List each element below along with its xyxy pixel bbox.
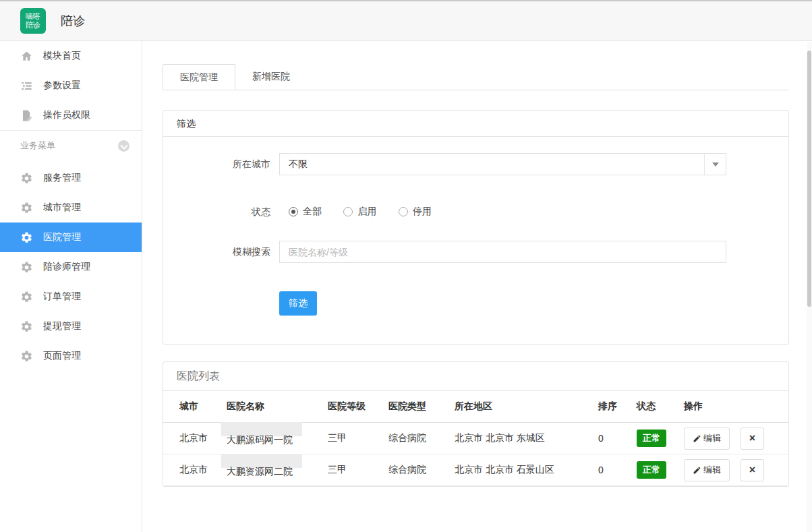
hospital-list-title: 医院列表 xyxy=(163,362,788,391)
sidebar-item-label: 页面管理 xyxy=(43,350,81,362)
cell-hospital-name: 大鹏源码网一院 xyxy=(227,423,328,454)
chevron-down-icon xyxy=(712,162,719,167)
gear-icon xyxy=(20,172,33,185)
sidebar-item-label: 操作员权限 xyxy=(43,109,90,121)
sidebar-item-hospital-management[interactable]: 医院管理 xyxy=(0,223,142,252)
tab-hospital-management[interactable]: 医院管理 xyxy=(163,64,235,90)
gear-icon xyxy=(20,231,33,244)
cell-area: 北京市 北京市 石景山区 xyxy=(455,454,598,486)
fuzzy-search-label: 模糊搜索 xyxy=(163,246,279,258)
sidebar-item-label: 服务管理 xyxy=(43,172,81,184)
main-area: 医院管理 新增医院 筛选 所在城市 不限 xyxy=(143,41,812,532)
hospital-list-panel: 医院列表 城市 医院名称 医院等级 医院类型 所在地区 排序 状态 操作 xyxy=(163,361,789,487)
col-area: 所在地区 xyxy=(455,391,598,423)
tab-add-hospital[interactable]: 新增医院 xyxy=(235,64,307,90)
document-edit-icon xyxy=(20,109,33,122)
pencil-icon xyxy=(693,466,701,475)
sidebar-item-label: 陪诊师管理 xyxy=(43,261,90,273)
status-badge: 正常 xyxy=(637,430,666,447)
fuzzy-search-input[interactable] xyxy=(279,241,726,263)
col-sort: 排序 xyxy=(598,391,637,423)
list-icon xyxy=(20,80,33,92)
filter-panel: 筛选 所在城市 不限 状态 xyxy=(163,110,789,345)
status-radio-disabled[interactable]: 停用 xyxy=(389,206,432,218)
radio-icon xyxy=(343,207,353,216)
radio-icon xyxy=(289,207,298,216)
cell-grade: 三甲 xyxy=(328,423,388,454)
filter-panel-title: 筛选 xyxy=(163,111,788,137)
radio-icon xyxy=(399,207,408,216)
sidebar-item-service-management[interactable]: 服务管理 xyxy=(0,163,142,193)
status-badge: 正常 xyxy=(637,461,666,479)
vertical-scrollbar[interactable] xyxy=(807,42,812,532)
edit-button-label: 编辑 xyxy=(703,464,721,476)
gear-icon xyxy=(20,350,33,363)
col-city: 城市 xyxy=(163,391,227,423)
col-status: 状态 xyxy=(637,391,684,423)
sidebar-section-business-menu: 业务菜单 xyxy=(0,131,142,160)
cell-status: 正常 xyxy=(637,454,684,486)
city-select[interactable]: 不限 xyxy=(279,153,726,175)
app-logo[interactable]: 嘀嗒 陪诊 xyxy=(20,8,46,34)
collapse-chevron-icon[interactable] xyxy=(118,140,129,152)
sidebar-item-operator-permissions[interactable]: 操作员权限 xyxy=(0,100,142,130)
city-filter-row: 所在城市 不限 xyxy=(163,153,788,175)
sidebar-item-withdrawal-management[interactable]: 提现管理 xyxy=(0,312,142,341)
logo-text-line1: 嘀嗒 xyxy=(26,12,40,21)
delete-button[interactable]: × xyxy=(741,427,764,450)
cell-city: 北京市 xyxy=(163,423,227,454)
app-title: 陪诊 xyxy=(61,13,85,29)
scrollbar-thumb[interactable] xyxy=(807,51,811,307)
cell-sort: 0 xyxy=(598,423,637,454)
hospital-name-text: 大鹏源码网一院 xyxy=(227,434,293,446)
sidebar-business-menu: 服务管理 城市管理 医院管理 陪诊师管理 订单管理 提现管理 页面管理 xyxy=(0,163,142,371)
table-header-row: 城市 医院名称 医院等级 医院类型 所在地区 排序 状态 操作 xyxy=(163,391,788,423)
hospital-table: 城市 医院名称 医院等级 医院类型 所在地区 排序 状态 操作 北京市 大鹏源码… xyxy=(163,391,788,486)
sidebar: 模块首页 参数设置 操作员权限 业务菜单 服务管理 城市管理 xyxy=(0,41,142,532)
status-filter-row: 状态 全部 启用 停用 xyxy=(163,206,788,219)
city-label: 所在城市 xyxy=(163,158,279,171)
logo-text-line2: 陪诊 xyxy=(26,21,40,30)
edit-button[interactable]: 编辑 xyxy=(684,427,730,450)
search-filter-row: 模糊搜索 xyxy=(163,241,788,263)
col-grade: 医院等级 xyxy=(328,391,388,423)
delete-button[interactable]: × xyxy=(741,459,764,481)
col-actions: 操作 xyxy=(684,391,788,423)
sidebar-item-label: 提现管理 xyxy=(43,320,81,332)
table-row: 北京市 大鹏源码网一院 三甲 综合病院 北京市 北京市 东城区 0 正常 编辑 xyxy=(163,423,788,454)
city-select-value: 不限 xyxy=(280,154,704,175)
gear-icon xyxy=(20,320,33,333)
cell-type: 综合病院 xyxy=(388,423,455,454)
edit-button[interactable]: 编辑 xyxy=(684,459,730,481)
sidebar-item-city-management[interactable]: 城市管理 xyxy=(0,193,142,223)
cell-hospital-name: 大鹏资源网二院 xyxy=(227,454,328,486)
sidebar-item-escort-management[interactable]: 陪诊师管理 xyxy=(0,252,142,282)
sidebar-item-parameter-settings[interactable]: 参数设置 xyxy=(0,71,142,100)
sidebar-item-label: 医院管理 xyxy=(43,231,81,243)
filter-submit-button[interactable]: 筛选 xyxy=(279,291,317,316)
sidebar-item-order-management[interactable]: 订单管理 xyxy=(0,282,142,312)
cell-area: 北京市 北京市 东城区 xyxy=(455,423,598,454)
col-type: 医院类型 xyxy=(388,391,455,423)
sidebar-item-module-home[interactable]: 模块首页 xyxy=(0,41,142,71)
status-radio-enabled[interactable]: 启用 xyxy=(334,206,376,218)
table-row: 北京市 大鹏资源网二院 三甲 综合病院 北京市 北京市 石景山区 0 正常 编 xyxy=(163,454,788,486)
sidebar-item-label: 参数设置 xyxy=(43,80,81,92)
status-radio-all[interactable]: 全部 xyxy=(279,206,322,218)
radio-label: 全部 xyxy=(303,206,322,218)
hospital-name-text: 大鹏资源网二院 xyxy=(227,466,293,478)
radio-label: 停用 xyxy=(413,206,432,218)
cell-type: 综合病院 xyxy=(388,454,455,486)
cell-grade: 三甲 xyxy=(328,454,388,486)
sidebar-item-page-management[interactable]: 页面管理 xyxy=(0,341,142,371)
close-icon: × xyxy=(749,464,755,476)
home-icon xyxy=(20,50,33,63)
cell-actions: 编辑 × xyxy=(684,454,788,486)
sidebar-section-label: 业务菜单 xyxy=(20,140,55,152)
radio-label: 启用 xyxy=(357,206,376,218)
cell-sort: 0 xyxy=(598,454,637,486)
cell-status: 正常 xyxy=(637,423,684,454)
top-bar: 嘀嗒 陪诊 陪诊 xyxy=(0,0,812,41)
gear-icon xyxy=(20,261,33,274)
select-caret-button[interactable] xyxy=(704,154,726,175)
